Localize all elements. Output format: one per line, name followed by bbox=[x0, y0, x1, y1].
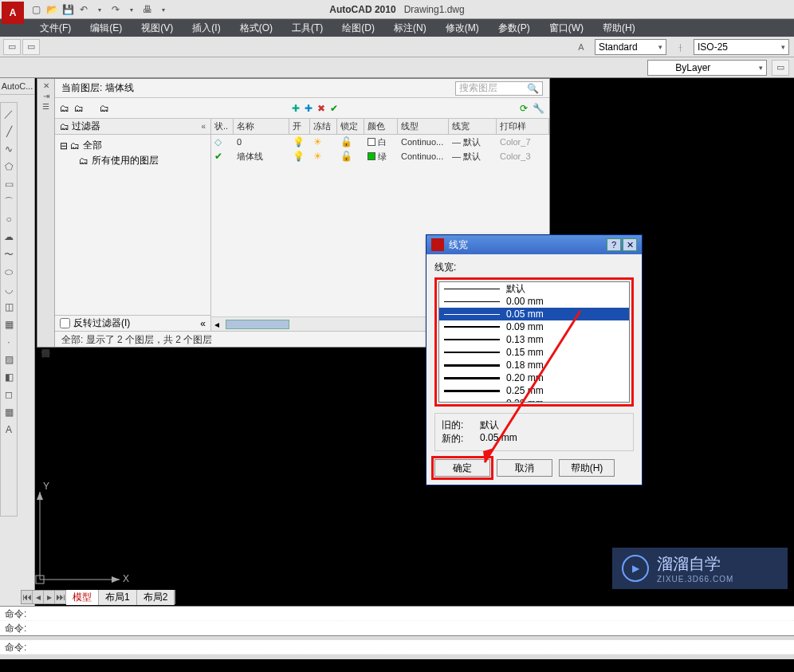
ellipsearc-icon[interactable]: ◡ bbox=[1, 281, 17, 297]
layer-row[interactable]: ◇0💡☀🔓白Continuo...— 默认Color_7 bbox=[211, 135, 549, 149]
lineweight-option[interactable]: 默认 bbox=[439, 282, 629, 295]
menu-annotate[interactable]: 标注(N) bbox=[384, 19, 436, 37]
lineweight-option[interactable]: 0.25 mm bbox=[439, 384, 629, 397]
tab-next-icon[interactable]: ▸ bbox=[44, 591, 55, 603]
collapse-icon[interactable]: « bbox=[200, 318, 206, 329]
plot-style-btn[interactable]: ▭ bbox=[772, 60, 789, 76]
new-layer-icon[interactable]: ✚ bbox=[292, 103, 300, 114]
lineweight-option[interactable]: 0.00 mm bbox=[439, 295, 629, 308]
dim-style-icon[interactable]: ⟊ bbox=[671, 39, 689, 55]
text-style-dropdown[interactable]: Standard▾ bbox=[595, 39, 666, 55]
app-logo[interactable]: A bbox=[2, 2, 24, 24]
point-icon[interactable]: · bbox=[1, 334, 17, 350]
tree-node-used[interactable]: 🗂 所有使用的图层 bbox=[60, 153, 206, 168]
qat-dd-icon[interactable]: ▾ bbox=[156, 2, 171, 17]
block-icon[interactable]: ◫ bbox=[1, 299, 17, 315]
redo-dd-icon[interactable]: ▾ bbox=[124, 2, 139, 17]
lineweight-list[interactable]: 默认0.00 mm0.05 mm0.09 mm0.13 mm0.15 mm0.1… bbox=[438, 281, 630, 403]
lineweight-option[interactable]: 0.13 mm bbox=[439, 333, 629, 346]
menu-icon[interactable]: ☰ bbox=[42, 102, 49, 111]
drawing-area[interactable]: AutoC... ／ ╱ ∿ ⬠ ▭ ⌒ ○ ☁ 〜 ⬭ ◡ ◫ ▦ · ▨ ◧… bbox=[0, 78, 794, 606]
arc-icon[interactable]: ⌒ bbox=[1, 194, 17, 210]
menu-modify[interactable]: 修改(M) bbox=[436, 19, 489, 37]
tool-btn[interactable]: ▭ bbox=[22, 39, 40, 55]
quick-access-toolbar: A ▢ 📂 💾 ↶ ▾ ↷ ▾ 🖶 ▾ AutoCAD 2010 Drawing… bbox=[0, 0, 794, 19]
settings-icon[interactable]: 🔧 bbox=[533, 103, 544, 114]
tab-layout2[interactable]: 布局2 bbox=[137, 590, 175, 605]
lineweight-option[interactable]: 0.30 mm bbox=[439, 397, 629, 403]
tab-prev-icon[interactable]: ◂ bbox=[33, 591, 44, 603]
tab-model[interactable]: 模型 bbox=[66, 590, 99, 605]
spline-icon[interactable]: 〜 bbox=[1, 246, 17, 262]
menu-edit[interactable]: 编辑(E) bbox=[81, 19, 132, 37]
menu-draw[interactable]: 绘图(D) bbox=[332, 19, 384, 37]
tab-first-icon[interactable]: ⏮ bbox=[22, 591, 33, 603]
pin-icon[interactable]: ⇥ bbox=[43, 92, 49, 100]
command-line[interactable]: 命令: 命令: 命令: bbox=[0, 606, 794, 659]
open-icon[interactable]: 📂 bbox=[45, 2, 59, 17]
menu-param[interactable]: 参数(P) bbox=[489, 19, 540, 37]
revcloud-icon[interactable]: ☁ bbox=[1, 229, 17, 245]
lineweight-option[interactable]: 0.20 mm bbox=[439, 371, 629, 384]
close-icon[interactable]: ✕ bbox=[43, 81, 49, 90]
tab-last-icon[interactable]: ⏭ bbox=[55, 591, 66, 603]
lineweight-option[interactable]: 0.05 mm bbox=[439, 308, 629, 320]
help-icon[interactable]: ? bbox=[607, 238, 621, 251]
mtext-icon[interactable]: A bbox=[1, 422, 17, 438]
lineweight-option[interactable]: 0.15 mm bbox=[439, 346, 629, 359]
plot-style-dropdown[interactable]: ByLayer▾ bbox=[647, 60, 767, 76]
menu-format[interactable]: 格式(O) bbox=[230, 19, 282, 37]
makeblock-icon[interactable]: ▦ bbox=[1, 316, 17, 332]
gradient-icon[interactable]: ◧ bbox=[1, 369, 17, 385]
layer-search-input[interactable]: 搜索图层 🔍 bbox=[455, 81, 543, 96]
dim-style-dropdown[interactable]: ISO-25▾ bbox=[694, 39, 789, 55]
menu-view[interactable]: 视图(V) bbox=[132, 19, 183, 37]
region-icon[interactable]: ◻ bbox=[1, 387, 17, 403]
menu-tools[interactable]: 工具(T) bbox=[282, 19, 332, 37]
save-icon[interactable]: 💾 bbox=[61, 2, 75, 17]
set-current-icon[interactable]: ✔ bbox=[330, 103, 338, 114]
layer-row[interactable]: ✔墙体线💡☀🔓绿Continuo...— 默认Color_3 bbox=[211, 149, 549, 163]
hatch-icon[interactable]: ▨ bbox=[1, 352, 17, 367]
ellipse-icon[interactable]: ⬭ bbox=[1, 264, 17, 280]
line-icon[interactable]: ／ bbox=[1, 106, 17, 122]
refresh-icon[interactable]: ⟳ bbox=[520, 103, 528, 114]
tool-btn[interactable]: ▭ bbox=[3, 39, 21, 55]
undo-dd-icon[interactable]: ▾ bbox=[92, 2, 107, 17]
table-icon[interactable]: ▦ bbox=[1, 404, 17, 420]
undo-icon[interactable]: ↶ bbox=[77, 2, 91, 17]
tab-layout1[interactable]: 布局1 bbox=[99, 590, 137, 605]
lineweight-option[interactable]: 0.09 mm bbox=[439, 320, 629, 333]
collapse-icon[interactable]: « bbox=[201, 122, 206, 131]
new-layer-freeze-icon[interactable]: ✚ bbox=[305, 103, 312, 114]
circle-icon[interactable]: ○ bbox=[1, 211, 17, 227]
menu-window[interactable]: 窗口(W) bbox=[540, 19, 593, 37]
delete-layer-icon[interactable]: ✖ bbox=[317, 103, 325, 114]
rect-icon[interactable]: ▭ bbox=[1, 176, 17, 192]
lineweight-option[interactable]: 0.18 mm bbox=[439, 359, 629, 371]
command-history-line: 命令: bbox=[0, 607, 794, 621]
redo-icon[interactable]: ↷ bbox=[108, 2, 123, 17]
menu-help[interactable]: 帮助(H) bbox=[593, 19, 645, 37]
layer-state-icon[interactable]: 🗂 bbox=[100, 103, 109, 114]
command-prompt[interactable]: 命令: bbox=[0, 640, 794, 654]
mline-icon[interactable]: ╱ bbox=[1, 124, 17, 140]
text-style-icon[interactable]: A bbox=[572, 39, 590, 55]
ok-button[interactable]: 确定 bbox=[434, 459, 490, 477]
print-icon[interactable]: 🖶 bbox=[140, 2, 155, 17]
draw-toolbar: ／ ╱ ∿ ⬠ ▭ ⌒ ○ ☁ 〜 ⬭ ◡ ◫ ▦ · ▨ ◧ ◻ ▦ A bbox=[0, 102, 18, 517]
left-panel-label: AutoC... bbox=[0, 78, 34, 95]
new-filter-icon[interactable]: 🗂 bbox=[60, 103, 69, 114]
close-icon[interactable]: ✕ bbox=[623, 238, 637, 251]
invert-filter-checkbox[interactable] bbox=[60, 318, 70, 328]
cancel-button[interactable]: 取消 bbox=[497, 459, 552, 477]
tree-node-all[interactable]: ⊟ 🗂 全部 bbox=[60, 138, 206, 153]
menu-file[interactable]: 文件(F) bbox=[30, 19, 81, 37]
polygon-icon[interactable]: ⬠ bbox=[1, 159, 17, 175]
menu-insert[interactable]: 插入(I) bbox=[183, 19, 230, 37]
new-group-icon[interactable]: 🗂 bbox=[74, 103, 84, 114]
new-icon[interactable]: ▢ bbox=[29, 2, 43, 17]
dialog-titlebar[interactable]: 线宽 ? ✕ bbox=[426, 235, 642, 254]
pline-icon[interactable]: ∿ bbox=[1, 141, 17, 157]
help-button[interactable]: 帮助(H) bbox=[559, 459, 615, 477]
